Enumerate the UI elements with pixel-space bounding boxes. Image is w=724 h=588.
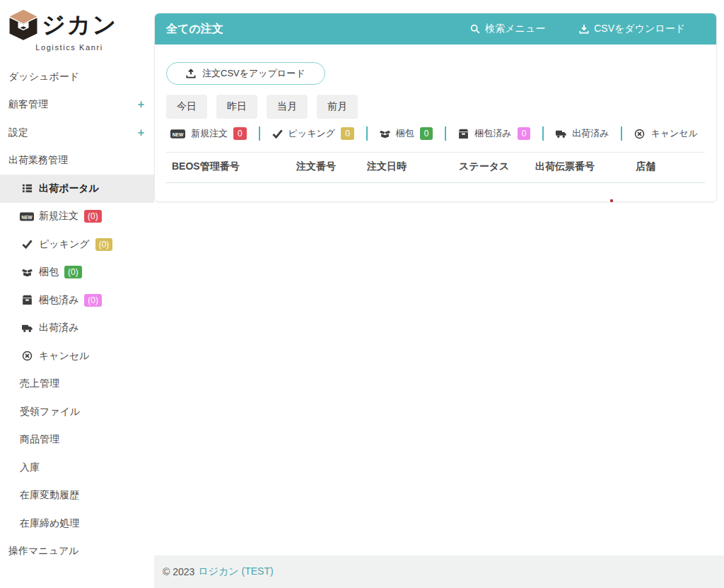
sidebar-item-product-mgmt[interactable]: 商品管理 xyxy=(0,426,154,454)
status-tab-cancel[interactable]: キャンセル xyxy=(634,127,698,140)
sidebar-nav: ダッシュボード顧客管理+設定+出荷業務管理出荷ポータルNEW新規注文(0)ピッキ… xyxy=(0,63,154,565)
orders-card: 全ての注文 検索メニュー CSVをダウンロード xyxy=(154,13,717,202)
sidebar-item-customer-mgmt[interactable]: 顧客管理+ xyxy=(0,91,154,119)
expand-plus-icon[interactable]: + xyxy=(138,98,144,111)
upload-order-csv-label: 注文CSVをアップロード xyxy=(202,67,305,80)
date-filter-last-month[interactable]: 前月 xyxy=(317,95,358,119)
date-filter-today[interactable]: 今日 xyxy=(166,95,207,119)
tab-separator xyxy=(542,127,544,141)
tab-separator xyxy=(259,127,260,141)
sidebar-item-label: 入庫 xyxy=(20,461,40,474)
sidebar-item-label: 顧客管理 xyxy=(8,98,48,111)
sidebar-item-label: 出荷済み xyxy=(39,322,78,334)
sidebar-item-label: 受領ファイル xyxy=(20,406,80,418)
sidebar-item-receiving[interactable]: 入庫 xyxy=(0,454,154,482)
count-badge: (0) xyxy=(95,238,113,251)
sidebar-item-label: ダッシュボード xyxy=(8,71,79,83)
date-filter-this-month[interactable]: 当月 xyxy=(267,95,308,119)
sidebar-item-shipped[interactable]: 出荷済み xyxy=(0,314,154,343)
status-tab-label: 梱包 xyxy=(396,127,414,140)
sidebar-item-manual[interactable]: 操作マニュアル xyxy=(0,538,154,566)
sidebar-item-dashboard[interactable]: ダッシュボード xyxy=(0,63,154,91)
box-icon xyxy=(458,129,469,139)
box-open-icon xyxy=(20,267,34,278)
truck-icon xyxy=(556,129,566,139)
csv-download-label: CSVをダウンロード xyxy=(594,23,685,35)
tab-separator xyxy=(621,127,622,141)
status-tab-label: 新規注文 xyxy=(191,127,228,140)
column-header: ステータス xyxy=(453,153,530,183)
count-badge: 0 xyxy=(420,127,433,140)
tab-separator xyxy=(445,127,446,141)
sidebar-item-inventory-history[interactable]: 在庫変動履歴 xyxy=(0,482,154,510)
sidebar-item-label: 梱包 xyxy=(39,266,59,278)
sidebar: ジカン Logistics Kanri ダッシュボード顧客管理+設定+出荷業務管… xyxy=(0,0,154,588)
sidebar-item-label: 設定 xyxy=(8,127,28,139)
check-icon xyxy=(272,129,283,139)
sidebar-item-label: 売上管理 xyxy=(20,377,59,390)
expand-plus-icon[interactable]: + xyxy=(138,127,144,139)
status-tab-label: 梱包済み xyxy=(474,127,511,140)
sidebar-item-label: ピッキング xyxy=(39,238,90,251)
box-open-icon xyxy=(380,129,390,139)
sidebar-item-label: 出荷業務管理 xyxy=(8,154,68,167)
sidebar-item-label: 新規注文 xyxy=(39,210,78,223)
header-actions: 検索メニュー CSVをダウンロード xyxy=(470,23,685,35)
sidebar-item-packing[interactable]: 梱包(0) xyxy=(0,259,154,287)
status-tab-new-orders[interactable]: NEW新規注文0 xyxy=(170,127,247,140)
sidebar-item-label: 在庫変動履歴 xyxy=(20,489,79,502)
upload-icon xyxy=(186,69,196,78)
truck-icon xyxy=(20,323,34,334)
logo-box-icon xyxy=(7,8,40,41)
count-badge: 0 xyxy=(341,127,354,140)
status-tab-packed[interactable]: 梱包済み0 xyxy=(458,127,530,140)
upload-order-csv-button[interactable]: 注文CSVをアップロード xyxy=(166,62,325,85)
sidebar-item-new-orders[interactable]: NEW新規注文(0) xyxy=(0,203,154,231)
column-header: 注文番号 xyxy=(291,153,361,183)
date-filter-yesterday[interactable]: 昨日 xyxy=(216,95,257,119)
new-icon: NEW xyxy=(170,129,185,139)
app-root: ジカン Logistics Kanri ダッシュボード顧客管理+設定+出荷業務管… xyxy=(0,0,724,588)
page-title: 全ての注文 xyxy=(166,22,223,37)
main-content: 全ての注文 検索メニュー CSVをダウンロード xyxy=(154,0,724,588)
list-icon xyxy=(20,183,34,194)
sidebar-item-label: 出荷ポータル xyxy=(39,182,99,195)
sidebar-item-label: 在庫締め処理 xyxy=(20,517,79,530)
svg-text:NEW: NEW xyxy=(22,214,33,219)
sidebar-item-shipping-portal[interactable]: 出荷ポータル xyxy=(0,175,154,203)
cancel-icon xyxy=(20,351,34,361)
sidebar-item-shipping-ops[interactable]: 出荷業務管理 xyxy=(0,147,154,175)
status-tab-packing[interactable]: 梱包0 xyxy=(380,127,433,140)
sidebar-item-settings[interactable]: 設定+ xyxy=(0,119,154,147)
column-header: 注文日時 xyxy=(361,153,453,183)
box-icon xyxy=(20,295,34,305)
sidebar-item-inventory-closing[interactable]: 在庫締め処理 xyxy=(0,510,154,538)
sidebar-item-packed[interactable]: 梱包済み(0) xyxy=(0,286,154,314)
count-badge: (0) xyxy=(84,210,102,223)
status-tab-label: ピッキング xyxy=(288,127,336,140)
sidebar-item-label: キャンセル xyxy=(39,350,90,363)
brand-name: ジカン xyxy=(42,9,117,41)
count-badge: (0) xyxy=(84,294,102,307)
sidebar-item-label: 梱包済み xyxy=(39,294,78,307)
status-tab-label: キャンセル xyxy=(650,127,698,140)
search-menu-button[interactable]: 検索メニュー xyxy=(470,23,545,35)
footer-brand-link[interactable]: ロジカン (TEST) xyxy=(198,565,273,578)
status-tab-picking[interactable]: ピッキング0 xyxy=(272,127,354,140)
check-icon xyxy=(20,239,34,249)
count-badge: (0) xyxy=(64,266,82,278)
footer-copyright: © 2023 xyxy=(163,566,194,577)
status-tabs: NEW新規注文0ピッキング0梱包0梱包済み0出荷済みキャンセル xyxy=(166,125,705,142)
sidebar-item-picking[interactable]: ピッキング(0) xyxy=(0,230,154,259)
search-menu-label: 検索メニュー xyxy=(485,23,545,35)
sidebar-item-receipt-files[interactable]: 受領ファイル xyxy=(0,398,154,426)
sidebar-item-label: 操作マニュアル xyxy=(8,545,79,558)
orders-table-header-row: BEOS管理番号注文番号注文日時ステータス出荷伝票番号店舗 xyxy=(166,153,705,183)
orders-card-header: 全ての注文 検索メニュー CSVをダウンロード xyxy=(155,13,716,45)
column-header: 出荷伝票番号 xyxy=(530,153,630,183)
orders-card-body: 注文CSVをアップロード 今日昨日当月前月 NEW新規注文0ピッキング0梱包0梱… xyxy=(155,45,716,201)
status-tab-shipped[interactable]: 出荷済み xyxy=(556,127,609,140)
csv-download-button[interactable]: CSVをダウンロード xyxy=(579,23,685,35)
sidebar-item-cancel[interactable]: キャンセル xyxy=(0,342,154,370)
sidebar-item-sales-mgmt[interactable]: 売上管理 xyxy=(0,370,154,399)
